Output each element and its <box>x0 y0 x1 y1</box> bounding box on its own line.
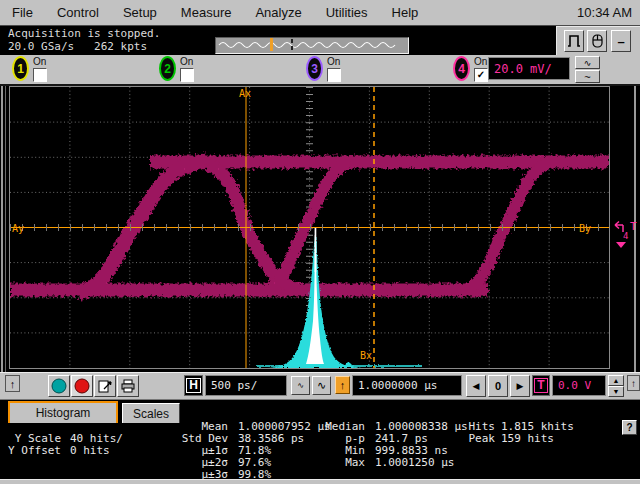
bottom-toolbar: ↑ H 500 ps/ ∿ ∿ ↑ 1.0000000 µs <box>0 372 640 400</box>
trigger-level-readout[interactable]: 0.0 V <box>552 375 606 396</box>
trigger-reference-button[interactable]: ↑ <box>335 376 350 394</box>
question-icon: ? <box>626 422 632 433</box>
stat-peak-value: 159 hits <box>501 432 554 445</box>
minimize-button[interactable]: – <box>611 30 631 52</box>
trigger-level-up-button[interactable]: ▲ <box>608 375 624 386</box>
menu-item-help[interactable]: Help <box>380 5 431 20</box>
delay-zero-button[interactable]: 0 <box>488 375 508 397</box>
ax-marker-label: Ax <box>239 88 251 99</box>
t-button-label: T <box>534 378 547 393</box>
zero-label: 0 <box>495 380 501 392</box>
channel-4-on-label: On <box>474 56 487 67</box>
run-circle-icon <box>51 378 67 394</box>
clock: 10:34 AM <box>577 5 640 20</box>
by-marker-label: By <box>579 223 591 234</box>
menu-item-measure[interactable]: Measure <box>169 5 244 20</box>
status-bar: Acquisition is stopped. 20.0 GSa/s 262 k… <box>0 26 640 55</box>
trigger-letter: T <box>630 220 637 233</box>
timebase-readout[interactable]: 500 ps/ <box>205 375 287 396</box>
delay-readout[interactable]: 1.0000000 µs <box>352 375 462 396</box>
menu-item-setup[interactable]: Setup <box>111 5 169 20</box>
check-icon: ✓ <box>477 69 485 80</box>
channel-4-badge[interactable]: 4 <box>453 56 470 81</box>
channel-1-badge[interactable]: 1 <box>12 56 29 81</box>
run-button[interactable] <box>48 375 70 397</box>
stat-max-value: 1.0001250 µs <box>375 456 454 469</box>
stop-button[interactable] <box>71 375 93 397</box>
channel-4-on-checkbox[interactable]: ✓ <box>474 68 488 82</box>
channel-4-scale-readout[interactable]: 20.0 mV/ <box>488 57 570 80</box>
acquisition-status: Acquisition is stopped. <box>8 27 160 40</box>
clear-display-button[interactable] <box>94 375 116 397</box>
minimize-icon: – <box>617 34 624 49</box>
trigger-arrow-icon <box>616 242 626 248</box>
panel-up-button-right[interactable]: ↑ <box>627 375 640 391</box>
tab-histogram[interactable]: Histogram <box>8 401 118 423</box>
horizontal-menu-button[interactable]: H <box>184 375 203 396</box>
help-button[interactable]: ? <box>622 420 637 435</box>
menu-item-file[interactable]: File <box>0 5 45 20</box>
channel-2-badge[interactable]: 2 <box>159 56 176 81</box>
channel-3-on-label: On <box>327 56 340 67</box>
spinner-up-icon: ▲ <box>613 377 620 384</box>
menu-item-utilities[interactable]: Utilities <box>314 5 380 20</box>
printer-icon <box>120 378 136 394</box>
waveform-display[interactable]: Ax Ay Bx By <box>9 86 610 369</box>
channel-3-badge[interactable]: 3 <box>306 56 323 81</box>
channel-4-number: 4 <box>458 62 465 76</box>
delay-decrement-button[interactable]: ◀ <box>466 375 486 397</box>
screen-bezel-bottom <box>0 479 640 484</box>
acquisition-preview[interactable] <box>215 37 409 54</box>
h-button-label: H <box>186 378 201 393</box>
mouse-icon <box>589 33 605 49</box>
sine-icon: ~ <box>584 71 590 83</box>
channel-2-on-checkbox[interactable] <box>180 68 194 82</box>
sine-markers-icon: ∿ <box>584 58 592 68</box>
pulse-setup-button[interactable] <box>564 30 584 52</box>
small-sine-icon: ∿ <box>297 381 304 390</box>
histogram-panel: Histogram Scales Y Scale 40 hits/ Y Offs… <box>0 400 640 479</box>
ch4-coupling-button[interactable]: ~ <box>575 70 600 83</box>
channel-2-number: 2 <box>164 62 171 76</box>
left-arrow-icon: ◀ <box>473 381 480 391</box>
tab-scales-label: Scales <box>133 407 169 421</box>
large-sine-icon: ∿ <box>317 379 326 392</box>
menu-item-analyze[interactable]: Analyze <box>243 5 313 20</box>
trigger-level-marker[interactable]: 4 T <box>611 217 639 250</box>
up-arrow-icon: ↑ <box>631 378 636 389</box>
channel-bar: 1 On 2 On 3 On 4 On ✓ <box>0 55 640 86</box>
channel-1-on-label: On <box>33 56 46 67</box>
screen-bezel-left <box>1 86 3 372</box>
channel-2-on-label: On <box>180 56 193 67</box>
stat-max-label: Max <box>285 456 365 469</box>
oscilloscope-screen: File Control Setup Measure Analyze Utili… <box>0 0 640 484</box>
trigger-ref-icon: ↑ <box>340 379 346 391</box>
preview-position-marker[interactable] <box>270 38 273 51</box>
panel-up-button-left[interactable]: ↑ <box>5 375 20 392</box>
y-offset-value: 0 hits <box>70 444 110 457</box>
menu-item-control[interactable]: Control <box>45 5 111 20</box>
up-arrow-icon: ↑ <box>10 378 16 390</box>
timebase-compress-button[interactable]: ∿ <box>291 376 310 395</box>
spinner-down-icon: ▼ <box>613 388 620 395</box>
sample-rate-status: 20.0 GSa/s 262 kpts <box>8 40 147 53</box>
right-arrow-icon: ▶ <box>517 381 524 391</box>
stop-circle-icon <box>74 378 90 394</box>
channel-3-number: 3 <box>311 62 318 76</box>
preview-waveform <box>216 38 406 51</box>
trigger-menu-button[interactable]: T <box>532 375 550 396</box>
ay-marker-label: Ay <box>12 223 24 234</box>
delay-increment-button[interactable]: ▶ <box>510 375 530 397</box>
preview-reference-marker <box>291 39 293 43</box>
channel-1-on-checkbox[interactable] <box>33 68 47 82</box>
print-button[interactable] <box>117 375 139 397</box>
trigger-level-down-button[interactable]: ▼ <box>608 386 624 397</box>
channel-3-on-checkbox[interactable] <box>327 68 341 82</box>
pulse-icon <box>566 33 582 49</box>
channel-1-number: 1 <box>17 62 24 76</box>
tab-histogram-label: Histogram <box>36 406 91 420</box>
timebase-expand-button[interactable]: ∿ <box>312 376 331 395</box>
stat-peak-label: Peak <box>430 432 495 445</box>
ch4-scale-adjust-button[interactable]: ∿ <box>575 56 600 69</box>
pointer-mode-button[interactable] <box>587 30 607 52</box>
